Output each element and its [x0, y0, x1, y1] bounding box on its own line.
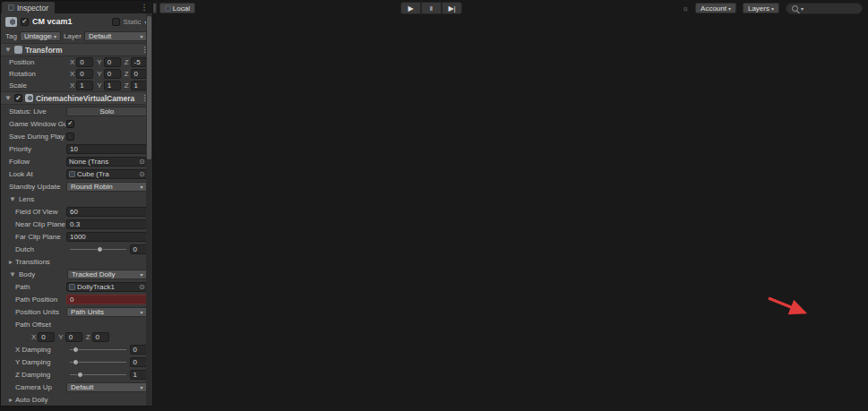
offset-x-field[interactable]: 0 — [38, 332, 55, 342]
path-position-field[interactable]: 0 — [66, 295, 148, 304]
far-clip-field[interactable]: 1000 — [66, 232, 148, 242]
path-object-field[interactable]: DollyTrack1 ⊙ — [66, 282, 148, 292]
position-x-field[interactable]: 0 — [76, 57, 93, 67]
fold-open-icon: ▼ — [9, 270, 16, 278]
x-damping-row: X Damping 0 — [1, 343, 152, 355]
layer-dropdown[interactable]: Default ▾ — [84, 31, 148, 41]
object-picker-icon[interactable]: ⊙ — [139, 158, 145, 166]
toolbar-right: ☼ Account ▾ Layers ▾ ▾ — [683, 3, 863, 14]
gameobject-type-icon — [5, 17, 17, 27]
vcam-enabled-checkbox[interactable]: ✓ — [14, 94, 22, 102]
lookat-object-field[interactable]: Cube (Tra ⊙ — [66, 169, 148, 179]
position-row: Position X0 Y0 Z-5 — [1, 56, 152, 68]
tag-dropdown[interactable]: Untagged ▾ — [20, 31, 61, 41]
inspector-header: ✓ CM vcam1 Static ▾ — [1, 13, 152, 30]
lookat-value: Cube (Tra — [77, 170, 137, 178]
panel-menu-icon[interactable]: ⋮ — [141, 3, 149, 12]
z-damping-label: Z Damping — [15, 371, 66, 379]
x-damping-field[interactable]: 0 — [130, 345, 148, 355]
fov-field[interactable]: 60 — [66, 207, 148, 217]
axis-y-label: Y — [58, 333, 63, 341]
transitions-label: Transitions — [15, 258, 50, 266]
rotation-x-field[interactable]: 0 — [76, 69, 93, 79]
dutch-field[interactable]: 0 — [130, 244, 148, 254]
fov-label: Field Of View — [15, 208, 66, 216]
tag-label: Tag — [5, 32, 17, 40]
step-button[interactable]: ▶| — [442, 2, 462, 14]
position-units-value: Path Units — [71, 308, 139, 316]
lens-foldout[interactable]: ▼ Lens — [1, 193, 152, 205]
inspector-tabbar: Inspector ⋮ — [1, 1, 152, 13]
vcam-component-header[interactable]: ▼ ✓ CinemachineVirtualCamera ⋮ — [1, 91, 152, 105]
tab-inspector[interactable]: Inspector — [2, 2, 55, 13]
axis-z-label: Z — [125, 81, 129, 90]
inspector-panel: Inspector ⋮ ✓ CM vcam1 Static ▾ Tag Unta… — [0, 0, 153, 407]
local-icon — [165, 5, 171, 12]
z-damping-knob[interactable] — [77, 372, 83, 378]
scale-x-field[interactable]: 1 — [76, 81, 93, 90]
z-damping-field[interactable]: 1 — [130, 370, 148, 380]
save-label: Save During Play — [9, 133, 66, 141]
offset-y-field[interactable]: 0 — [65, 332, 82, 342]
pause-button[interactable]: ‖ — [421, 2, 442, 14]
game-window-guides-row: Game Window Guide ✓ — [1, 117, 152, 130]
local-toggle[interactable]: Local — [159, 3, 195, 13]
static-checkbox[interactable] — [112, 18, 120, 26]
scale-y-field[interactable]: 1 — [104, 81, 121, 90]
y-damping-field[interactable]: 0 — [130, 357, 148, 367]
dutch-slider-knob[interactable] — [97, 246, 103, 253]
follow-object-field[interactable]: None (Trans ⊙ — [66, 157, 148, 167]
dutch-slider[interactable] — [70, 249, 126, 250]
position-units-dropdown[interactable]: Path Units ▾ — [66, 307, 148, 317]
fold-closed-icon: ▸ — [9, 396, 13, 404]
chevron-down-icon: ▾ — [141, 184, 143, 190]
scrollbar-thumb[interactable] — [147, 16, 151, 159]
rotation-y-field[interactable]: 0 — [104, 69, 121, 79]
y-damping-knob[interactable] — [73, 359, 79, 365]
auto-dolly-foldout[interactable]: ▸ Auto Dolly — [1, 393, 152, 406]
unity-editor: Pivot Local ▶ ‖ ▶| ☼ Account ▾ Layers ▾ … — [0, 0, 868, 411]
object-name[interactable]: CM vcam1 — [32, 17, 108, 26]
save-checkbox[interactable] — [66, 133, 74, 141]
camera-up-dropdown[interactable]: Default ▾ — [66, 382, 148, 392]
object-picker-icon[interactable]: ⊙ — [139, 170, 145, 178]
toolbar-search[interactable]: ▾ — [786, 3, 863, 14]
guides-checkbox[interactable]: ✓ — [66, 120, 74, 128]
pause-icon: ‖ — [430, 4, 433, 13]
play-button[interactable]: ▶ — [400, 2, 421, 14]
near-clip-field[interactable]: 0.3 — [66, 219, 148, 229]
solo-button[interactable]: Solo — [66, 107, 148, 116]
layers-dropdown[interactable]: Layers ▾ — [743, 3, 779, 13]
inspector-scrollbar[interactable] — [146, 13, 152, 406]
play-icon: ▶ — [408, 4, 413, 13]
y-damping-slider[interactable] — [70, 362, 126, 363]
path-position-row: Path Position 0 — [1, 293, 152, 305]
camera-up-row: Camera Up Default ▾ — [1, 381, 152, 393]
brightness-icon[interactable]: ☼ — [683, 4, 689, 13]
fold-open-icon: ▼ — [4, 94, 12, 102]
layer-label: Layer — [64, 32, 82, 40]
transform-component-header[interactable]: ▼ Transform ⋮ — [1, 43, 152, 56]
body-foldout[interactable]: ▼ Body Tracked Dolly ▾ — [1, 268, 152, 280]
priority-field[interactable]: 10 — [66, 144, 148, 154]
body-mode-dropdown[interactable]: Tracked Dolly ▾ — [67, 270, 148, 279]
active-checkbox[interactable]: ✓ — [21, 18, 29, 26]
inspector-tab-label: Inspector — [17, 4, 48, 13]
priority-label: Priority — [9, 145, 66, 153]
x-damping-slider[interactable] — [70, 349, 126, 350]
transitions-foldout[interactable]: ▸ Transitions — [1, 255, 152, 268]
fold-closed-icon: ▸ — [9, 258, 13, 266]
x-damping-knob[interactable] — [73, 347, 79, 353]
object-picker-icon[interactable]: ⊙ — [139, 283, 145, 291]
position-y-field[interactable]: 0 — [104, 57, 121, 67]
local-label: Local — [173, 4, 190, 13]
near-clip-row: Near Clip Plane 0.3 — [1, 218, 152, 230]
fold-open-icon: ▼ — [4, 46, 12, 54]
z-damping-slider[interactable] — [70, 374, 126, 375]
dutch-row: Dutch 0 — [1, 243, 152, 255]
transform-icon — [14, 46, 22, 54]
account-dropdown[interactable]: Account ▾ — [695, 3, 736, 13]
standby-dropdown[interactable]: Round Robin ▾ — [66, 182, 148, 192]
offset-z-field[interactable]: 0 — [92, 332, 109, 342]
scale-label: Scale — [9, 81, 66, 90]
